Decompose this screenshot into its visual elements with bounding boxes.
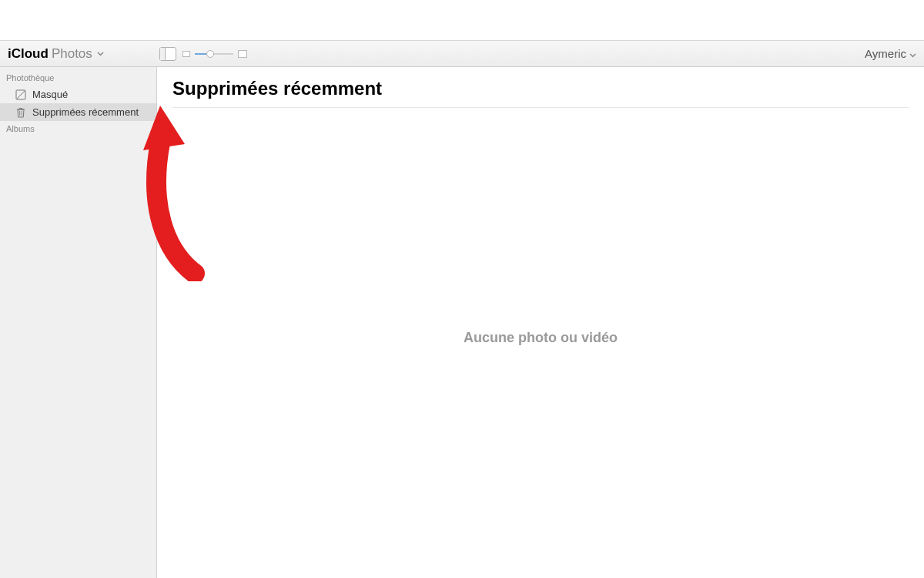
page-title: Supprimées récemment [172,78,909,108]
user-menu[interactable]: Aymeric [865,47,916,60]
brand-label: iCloud [8,46,49,62]
app-title-dropdown[interactable]: iCloud Photos [8,46,104,62]
sidebar-section-header: Albums [0,121,156,136]
header-left: iCloud Photos [8,46,247,62]
zoom-in-icon[interactable] [238,50,247,58]
top-spacer [0,0,924,40]
chevron-down-icon [909,47,916,60]
sidebar-item-label: Supprimées récemment [32,106,139,118]
chevron-down-icon [97,49,104,58]
sidebar-section-header: Photothèque [0,70,156,86]
content-area: Supprimées récemment Aucune photo ou vid… [157,67,924,578]
section-label: Photos [52,46,92,62]
main-area: Photothèque Masqué Sup [0,67,924,578]
empty-state-message: Aucune photo ou vidéo [464,330,618,346]
user-name-label: Aymeric [865,47,906,60]
zoom-out-icon[interactable] [182,51,190,57]
zoom-slider-thumb[interactable] [206,50,214,58]
sidebar-item-recently-deleted[interactable]: Supprimées récemment [0,103,156,121]
sidebar-item-label: Masqué [32,89,68,100]
zoom-slider[interactable] [195,53,233,55]
hidden-icon [15,89,26,100]
trash-icon [15,107,26,118]
zoom-control [182,50,247,58]
content-body: Aucune photo ou vidéo [172,108,909,567]
header-bar: iCloud Photos Aymeric [0,40,924,67]
toolbar-controls [159,47,247,61]
sidebar-toggle-button[interactable] [159,47,176,61]
sidebar-item-hidden[interactable]: Masqué [0,86,156,103]
sidebar: Photothèque Masqué Sup [0,67,157,578]
svg-line-1 [17,91,25,99]
